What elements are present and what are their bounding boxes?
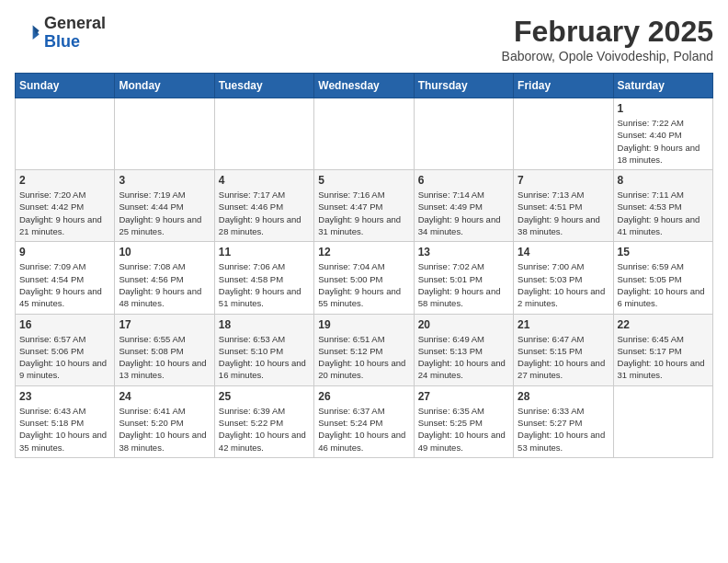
header-tuesday: Tuesday — [214, 74, 313, 98]
day-cell: 25Sunrise: 6:39 AM Sunset: 5:22 PM Dayli… — [214, 385, 313, 457]
day-cell: 18Sunrise: 6:53 AM Sunset: 5:10 PM Dayli… — [214, 314, 313, 385]
day-cell — [214, 98, 313, 170]
day-number: 2 — [19, 174, 110, 187]
day-cell: 15Sunrise: 6:59 AM Sunset: 5:05 PM Dayli… — [613, 242, 712, 314]
day-cell — [613, 385, 712, 457]
header-row: Sunday Monday Tuesday Wednesday Thursday… — [16, 74, 713, 98]
day-info: Sunrise: 6:55 AM Sunset: 5:08 PM Dayligh… — [119, 333, 210, 382]
day-cell: 21Sunrise: 6:47 AM Sunset: 5:15 PM Dayli… — [514, 314, 613, 385]
day-info: Sunrise: 7:22 AM Sunset: 4:40 PM Dayligh… — [618, 117, 709, 166]
week-row-5: 23Sunrise: 6:43 AM Sunset: 5:18 PM Dayli… — [16, 385, 713, 457]
day-info: Sunrise: 7:16 AM Sunset: 4:47 PM Dayligh… — [318, 189, 409, 237]
day-info: Sunrise: 6:41 AM Sunset: 5:20 PM Dayligh… — [119, 405, 210, 454]
day-info: Sunrise: 6:59 AM Sunset: 5:05 PM Dayligh… — [618, 260, 709, 309]
day-number: 22 — [618, 318, 709, 331]
day-number: 9 — [19, 246, 110, 259]
week-row-4: 16Sunrise: 6:57 AM Sunset: 5:06 PM Dayli… — [16, 314, 713, 385]
logo-icon — [15, 20, 40, 46]
header-saturday: Saturday — [613, 74, 712, 98]
day-info: Sunrise: 7:13 AM Sunset: 4:51 PM Dayligh… — [518, 189, 609, 237]
day-info: Sunrise: 7:06 AM Sunset: 4:58 PM Dayligh… — [219, 260, 310, 309]
day-info: Sunrise: 6:53 AM Sunset: 5:10 PM Dayligh… — [219, 333, 310, 382]
day-number: 28 — [518, 390, 609, 403]
day-cell: 10Sunrise: 7:08 AM Sunset: 4:56 PM Dayli… — [115, 242, 214, 314]
day-info: Sunrise: 7:08 AM Sunset: 4:56 PM Dayligh… — [119, 260, 210, 309]
day-number: 5 — [318, 174, 409, 187]
day-info: Sunrise: 7:17 AM Sunset: 4:46 PM Dayligh… — [219, 189, 310, 237]
day-cell: 13Sunrise: 7:02 AM Sunset: 5:01 PM Dayli… — [414, 242, 513, 314]
day-cell: 8Sunrise: 7:11 AM Sunset: 4:53 PM Daylig… — [613, 170, 712, 242]
day-cell — [314, 98, 414, 170]
day-number: 18 — [219, 318, 310, 331]
day-info: Sunrise: 6:49 AM Sunset: 5:13 PM Dayligh… — [418, 333, 509, 382]
month-year-title: February 2025 — [502, 15, 713, 49]
day-info: Sunrise: 6:45 AM Sunset: 5:17 PM Dayligh… — [618, 333, 709, 382]
day-cell: 9Sunrise: 7:09 AM Sunset: 4:54 PM Daylig… — [16, 242, 115, 314]
calendar-body: 1Sunrise: 7:22 AM Sunset: 4:40 PM Daylig… — [16, 98, 713, 458]
day-cell: 5Sunrise: 7:16 AM Sunset: 4:47 PM Daylig… — [314, 170, 414, 242]
day-cell: 23Sunrise: 6:43 AM Sunset: 5:18 PM Dayli… — [16, 385, 115, 457]
day-cell: 19Sunrise: 6:51 AM Sunset: 5:12 PM Dayli… — [314, 314, 414, 385]
day-number: 10 — [119, 246, 210, 259]
day-number: 4 — [219, 174, 310, 187]
header-sunday: Sunday — [16, 74, 115, 98]
logo-text: General Blue — [44, 15, 106, 52]
day-info: Sunrise: 6:57 AM Sunset: 5:06 PM Dayligh… — [19, 333, 110, 382]
day-number: 8 — [618, 174, 709, 187]
logo: General Blue — [15, 15, 106, 52]
day-info: Sunrise: 7:11 AM Sunset: 4:53 PM Dayligh… — [618, 189, 709, 237]
day-number: 16 — [19, 318, 110, 331]
day-info: Sunrise: 6:47 AM Sunset: 5:15 PM Dayligh… — [518, 333, 609, 382]
day-number: 26 — [318, 390, 409, 403]
day-cell: 26Sunrise: 6:37 AM Sunset: 5:24 PM Dayli… — [314, 385, 414, 457]
day-cell: 4Sunrise: 7:17 AM Sunset: 4:46 PM Daylig… — [214, 170, 313, 242]
day-number: 7 — [518, 174, 609, 187]
week-row-3: 9Sunrise: 7:09 AM Sunset: 4:54 PM Daylig… — [16, 242, 713, 314]
day-number: 25 — [219, 390, 310, 403]
day-cell: 28Sunrise: 6:33 AM Sunset: 5:27 PM Dayli… — [514, 385, 613, 457]
day-cell: 22Sunrise: 6:45 AM Sunset: 5:17 PM Dayli… — [613, 314, 712, 385]
day-number: 17 — [119, 318, 210, 331]
day-number: 27 — [418, 390, 509, 403]
day-cell: 3Sunrise: 7:19 AM Sunset: 4:44 PM Daylig… — [115, 170, 214, 242]
day-info: Sunrise: 6:35 AM Sunset: 5:25 PM Dayligh… — [418, 405, 509, 454]
calendar-table: Sunday Monday Tuesday Wednesday Thursday… — [15, 73, 713, 458]
day-info: Sunrise: 6:39 AM Sunset: 5:22 PM Dayligh… — [219, 405, 310, 454]
day-cell — [514, 98, 613, 170]
header-thursday: Thursday — [414, 74, 513, 98]
day-number: 11 — [219, 246, 310, 259]
day-number: 14 — [518, 246, 609, 259]
day-number: 15 — [618, 246, 709, 259]
header-monday: Monday — [115, 74, 214, 98]
day-cell: 12Sunrise: 7:04 AM Sunset: 5:00 PM Dayli… — [314, 242, 414, 314]
day-cell: 27Sunrise: 6:35 AM Sunset: 5:25 PM Dayli… — [414, 385, 513, 457]
day-info: Sunrise: 6:43 AM Sunset: 5:18 PM Dayligh… — [19, 405, 110, 454]
day-cell: 11Sunrise: 7:06 AM Sunset: 4:58 PM Dayli… — [214, 242, 313, 314]
day-number: 23 — [19, 390, 110, 403]
week-row-2: 2Sunrise: 7:20 AM Sunset: 4:42 PM Daylig… — [16, 170, 713, 242]
day-number: 12 — [318, 246, 409, 259]
day-info: Sunrise: 7:00 AM Sunset: 5:03 PM Dayligh… — [518, 260, 609, 309]
day-info: Sunrise: 6:37 AM Sunset: 5:24 PM Dayligh… — [318, 405, 409, 454]
day-number: 3 — [119, 174, 210, 187]
day-info: Sunrise: 7:09 AM Sunset: 4:54 PM Dayligh… — [19, 260, 110, 309]
day-cell: 17Sunrise: 6:55 AM Sunset: 5:08 PM Dayli… — [115, 314, 214, 385]
day-cell: 2Sunrise: 7:20 AM Sunset: 4:42 PM Daylig… — [16, 170, 115, 242]
day-cell — [414, 98, 513, 170]
title-area: February 2025 Baborow, Opole Voivodeship… — [502, 15, 713, 63]
day-number: 1 — [618, 102, 709, 115]
day-cell: 6Sunrise: 7:14 AM Sunset: 4:49 PM Daylig… — [414, 170, 513, 242]
day-cell: 1Sunrise: 7:22 AM Sunset: 4:40 PM Daylig… — [613, 98, 712, 170]
day-number: 24 — [119, 390, 210, 403]
day-cell: 20Sunrise: 6:49 AM Sunset: 5:13 PM Dayli… — [414, 314, 513, 385]
day-number: 13 — [418, 246, 509, 259]
day-cell — [115, 98, 214, 170]
day-cell: 16Sunrise: 6:57 AM Sunset: 5:06 PM Dayli… — [16, 314, 115, 385]
day-cell — [16, 98, 115, 170]
day-info: Sunrise: 7:19 AM Sunset: 4:44 PM Dayligh… — [119, 189, 210, 237]
day-info: Sunrise: 7:02 AM Sunset: 5:01 PM Dayligh… — [418, 260, 509, 309]
day-info: Sunrise: 6:33 AM Sunset: 5:27 PM Dayligh… — [518, 405, 609, 454]
day-cell: 7Sunrise: 7:13 AM Sunset: 4:51 PM Daylig… — [514, 170, 613, 242]
day-info: Sunrise: 7:20 AM Sunset: 4:42 PM Dayligh… — [19, 189, 110, 237]
location-subtitle: Baborow, Opole Voivodeship, Poland — [502, 49, 713, 63]
